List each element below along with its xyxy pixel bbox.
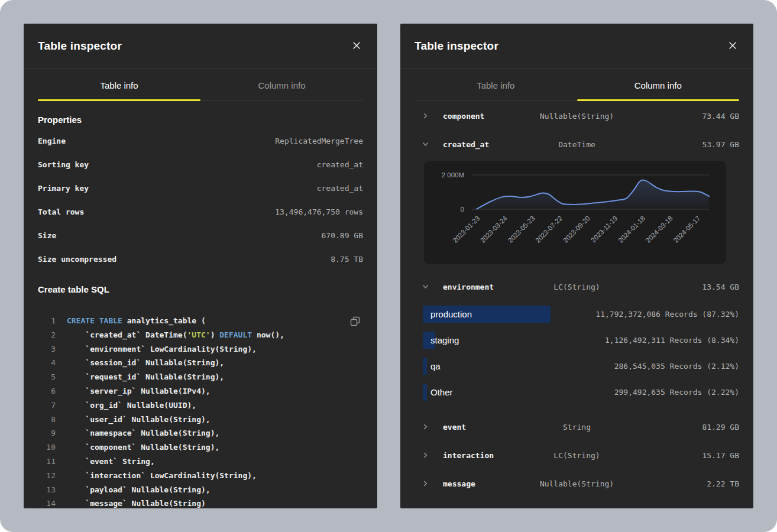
sql-code-lines: 1CREATE TABLE analytics_table (2 `create… xyxy=(38,314,363,508)
sql-line-text: `message` Nullable(String) xyxy=(67,497,206,508)
sql-line-number: 11 xyxy=(38,455,56,469)
column-detail-chart-card: 2 000M02023-01-232023-03-242023-05-23202… xyxy=(424,161,726,264)
column-size: 73.44 GB xyxy=(702,112,739,121)
chart-axis-label: 2024-05-17 xyxy=(672,215,701,244)
sql-line: 10 `component` Nullable(String), xyxy=(38,440,363,455)
sql-line-text: `org_id` Nullable(UUID), xyxy=(67,398,196,413)
breakdown-records: 11,792,372,086 Records (87.32%) xyxy=(595,310,739,319)
column-row-event[interactable]: eventString81.29 GB xyxy=(415,413,739,441)
column-row-component[interactable]: componentNullable(String)73.44 GB xyxy=(415,102,739,130)
column-row-created_at[interactable]: created_atDateTime53.97 GB xyxy=(415,130,739,158)
column-size: 81.29 GB xyxy=(702,423,739,432)
property-value: 13,496,476,750 rows xyxy=(275,207,363,216)
breakdown-row-other: Other299,492,635 Records (2.22%) xyxy=(415,379,739,405)
property-value: 8.75 TB xyxy=(331,255,363,264)
column-type: LC(String) xyxy=(553,283,600,291)
chevron-right-icon[interactable] xyxy=(423,481,429,486)
column-row-environment[interactable]: environmentLC(String)13.54 GB xyxy=(415,273,739,301)
property-label: Size xyxy=(38,231,56,240)
breakdown-records: 286,545,035 Records (2.12%) xyxy=(614,362,739,371)
column-row-interaction[interactable]: interactionLC(String)15.17 GB xyxy=(415,441,739,469)
chevron-down-icon[interactable] xyxy=(423,141,429,147)
breakdown-label: staging xyxy=(423,335,459,345)
sql-line-text: `request_id` Nullable(String), xyxy=(67,370,224,384)
column-row-message[interactable]: messageNullable(String)2.22 TB xyxy=(415,469,739,498)
chart-axis-label: 2024-03-18 xyxy=(645,215,674,244)
sql-line-text: CREATE TABLE analytics_table ( xyxy=(67,314,206,328)
column-type: DateTime xyxy=(558,140,595,149)
sql-line-text: `interaction` LowCardinality(String), xyxy=(67,469,257,483)
sql-line-number: 13 xyxy=(38,483,56,497)
breakdown-row-production: production11,792,372,086 Records (87.32%… xyxy=(415,301,739,327)
property-row: Sorting keycreated_at xyxy=(38,153,363,176)
copy-icon[interactable] xyxy=(349,315,362,328)
chart-axis-label: 2023-05-23 xyxy=(507,215,536,244)
chart-axis-label: 2024-01-18 xyxy=(617,215,646,244)
dialog-header: Table inspector xyxy=(400,24,753,69)
properties-list: EngineReplicatedMergeTreeSorting keycrea… xyxy=(38,129,363,271)
column-type: String xyxy=(563,423,591,432)
sql-line-number: 10 xyxy=(38,440,56,455)
property-label: Sorting key xyxy=(38,160,89,169)
tab-table-info[interactable]: Table info xyxy=(38,69,200,100)
sql-line-text: `server_ip` Nullable(IPv4), xyxy=(67,384,211,398)
sql-line: 2 `created_at` DateTime('UTC') DEFAULT n… xyxy=(38,328,363,342)
created-at-distribution-chart: 2 000M02023-01-232023-03-242023-05-23202… xyxy=(424,161,726,264)
chevron-right-icon[interactable] xyxy=(423,113,429,119)
breakdown-label: Other xyxy=(423,387,453,397)
column-size: 2.22 TB xyxy=(707,479,739,488)
chevron-down-icon[interactable] xyxy=(423,284,429,290)
property-label: Engine xyxy=(38,137,66,145)
sql-line-text: `session_id` Nullable(String), xyxy=(67,356,224,370)
dialog-title: Table inspector xyxy=(415,40,498,53)
sql-code-block: 1CREATE TABLE analytics_table (2 `create… xyxy=(38,314,363,508)
chart-area-fill xyxy=(477,180,709,209)
sql-line-number: 5 xyxy=(38,370,56,384)
column-name: event xyxy=(443,423,466,432)
column-type: Nullable(String) xyxy=(540,112,614,121)
chart-axis-label: 2023-03-24 xyxy=(479,215,509,245)
tab-table-info[interactable]: Table info xyxy=(415,69,577,100)
breakdown-label: production xyxy=(423,309,472,319)
column-info-list: componentNullable(String)73.44 GBcreated… xyxy=(400,100,753,498)
breakdown-label: qa xyxy=(423,361,441,371)
table-info-content: Properties EngineReplicatedMergeTreeSort… xyxy=(24,115,377,508)
property-row: Size670.89 GB xyxy=(38,223,363,247)
chart-axis-label: 2023-11-19 xyxy=(590,215,619,244)
chevron-right-icon[interactable] xyxy=(423,424,429,430)
column-name: environment xyxy=(443,283,494,291)
sql-line-number: 12 xyxy=(38,469,56,483)
sql-line: 9 `namespace` Nullable(String), xyxy=(38,426,363,440)
sql-line: 6 `server_ip` Nullable(IPv4), xyxy=(38,384,363,398)
column-type: Nullable(String) xyxy=(540,479,614,488)
property-row: Primary keycreated_at xyxy=(38,176,363,200)
column-name: component xyxy=(443,112,484,121)
breakdown-records: 1,126,492,311 Records (8.34%) xyxy=(605,336,739,345)
tab-column-info[interactable]: Column info xyxy=(577,69,740,100)
column-size: 53.97 GB xyxy=(702,140,739,149)
sql-line: 12 `interaction` LowCardinality(String), xyxy=(38,469,363,483)
property-row: Total rows13,496,476,750 rows xyxy=(38,200,363,223)
chart-axis-label: 2023-07-22 xyxy=(534,215,564,244)
dialog-header: Table inspector xyxy=(24,24,377,69)
sql-line: 7 `org_id` Nullable(UUID), xyxy=(38,398,363,413)
column-size: 15.17 GB xyxy=(702,451,739,460)
sql-line-number: 6 xyxy=(38,384,56,398)
property-value: 670.89 GB xyxy=(322,231,363,240)
close-icon[interactable] xyxy=(726,39,739,53)
sql-line: 14 `message` Nullable(String) xyxy=(38,497,363,508)
sql-line-number: 4 xyxy=(38,356,56,370)
tab-column-info[interactable]: Column info xyxy=(200,69,363,100)
sql-line: 1CREATE TABLE analytics_table ( xyxy=(38,314,363,328)
create-table-sql-heading: Create table SQL xyxy=(38,284,363,294)
close-icon[interactable] xyxy=(350,39,363,53)
chart-axis-label: 2023-09-20 xyxy=(562,215,591,244)
breakdown-records: 299,492,635 Records (2.22%) xyxy=(614,388,739,397)
column-type: LC(String) xyxy=(553,451,600,460)
column-size: 13.54 GB xyxy=(702,283,739,291)
property-value: created_at xyxy=(317,160,363,169)
chevron-right-icon[interactable] xyxy=(423,452,429,458)
property-row: EngineReplicatedMergeTree xyxy=(38,129,363,153)
sql-line-text: `payload` Nullable(String), xyxy=(67,483,211,497)
column-name: interaction xyxy=(443,451,494,460)
